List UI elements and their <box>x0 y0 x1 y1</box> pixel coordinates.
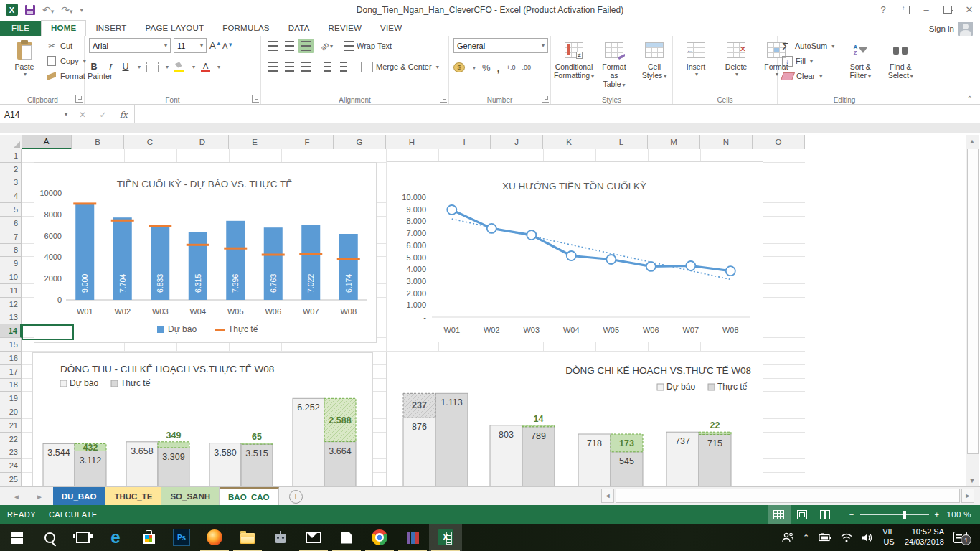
cancel-icon[interactable]: ✕ <box>79 110 86 120</box>
column-header-I[interactable]: I <box>438 135 491 149</box>
ribbon-tab-data[interactable]: DATA <box>279 21 319 36</box>
find-select-button[interactable]: Find & Select▾ <box>882 38 919 95</box>
column-header-B[interactable]: B <box>72 135 124 149</box>
paste-button[interactable]: Paste▾ <box>6 38 43 95</box>
row-header-15[interactable]: 15 <box>0 338 22 352</box>
bold-button[interactable]: B <box>89 62 99 72</box>
column-header-H[interactable]: H <box>386 135 438 149</box>
enter-icon[interactable]: ✓ <box>99 110 106 120</box>
chart-tien-cuoi-ky[interactable]: TIỀN CUỐI KỲ - DỰ BÁO VS. THỰC TẾ0200040… <box>34 162 377 343</box>
align-center-button[interactable] <box>282 60 297 74</box>
middle-align-button[interactable] <box>282 39 297 53</box>
taskbar-winrar-icon[interactable] <box>396 524 429 551</box>
row-header-24[interactable]: 24 <box>0 459 22 473</box>
volume-icon[interactable] <box>862 533 873 542</box>
chart-xu-huong[interactable]: XU HƯỚNG TIỀN TỒN CUỐI KỲ-1.0002.0003.00… <box>387 161 763 342</box>
vertical-scroll-thumb[interactable] <box>967 149 979 454</box>
align-right-button[interactable] <box>298 60 314 74</box>
sheet-tab-du_bao[interactable]: DU_BAO <box>53 487 106 506</box>
taskbar-mail-icon[interactable] <box>297 524 330 551</box>
name-box-dropdown-icon[interactable]: ▾ <box>65 111 67 118</box>
taskbar-store-icon[interactable] <box>132 524 165 551</box>
insert-cells-button[interactable]: Insert▾ <box>677 38 715 95</box>
orientation-button[interactable]: ab▾ <box>319 39 334 53</box>
clipboard-dialog-launcher-icon[interactable] <box>75 95 83 103</box>
row-header-11[interactable]: 11 <box>0 284 22 298</box>
top-align-button[interactable] <box>265 39 281 53</box>
clock[interactable]: 10:52 SA 24/03/2018 <box>905 527 944 547</box>
format-as-table-button[interactable]: Format as Table▾ <box>595 38 633 95</box>
language-indicator[interactable]: VIE US <box>882 527 895 547</box>
select-all-corner[interactable] <box>0 135 22 150</box>
taskbar-document-icon[interactable] <box>330 524 363 551</box>
decrease-indent-button[interactable] <box>319 60 334 74</box>
new-sheet-button[interactable]: + <box>289 490 303 504</box>
row-header-25[interactable]: 25 <box>0 473 22 486</box>
column-header-C[interactable]: C <box>124 135 176 149</box>
zoom-slider-thumb[interactable] <box>903 511 906 519</box>
name-box[interactable]: A14 ▾ <box>0 105 72 123</box>
row-header-10[interactable]: 10 <box>0 270 22 284</box>
clear-button[interactable]: Clear▾ <box>782 70 834 83</box>
taskbar-edge-icon[interactable]: e <box>99 524 132 551</box>
close-button[interactable]: ✕ <box>958 0 980 19</box>
vertical-scrollbar[interactable]: ▲ ▼ <box>966 135 979 486</box>
ribbon-tab-insert[interactable]: INSERT <box>86 21 136 36</box>
row-header-17[interactable]: 17 <box>0 365 22 379</box>
sort-filter-button[interactable]: AZ Sort & Filter▾ <box>842 38 879 95</box>
column-header-F[interactable]: F <box>281 135 334 149</box>
column-header-N[interactable]: N <box>700 135 753 149</box>
font-family-select[interactable]: Arial▾ <box>89 38 171 53</box>
conditional-formatting-button[interactable]: Conditional Formatting▾ <box>555 38 593 95</box>
column-header-G[interactable]: G <box>334 135 386 149</box>
show-desktop-button[interactable] <box>976 524 980 551</box>
action-center-icon[interactable]: 1 <box>953 532 967 543</box>
scroll-up-icon[interactable]: ▲ <box>966 135 978 147</box>
zoom-out-button[interactable]: − <box>849 510 854 519</box>
row-header-22[interactable]: 22 <box>0 433 22 446</box>
collapse-ribbon-icon[interactable]: ⌃ <box>967 95 973 103</box>
row-header-16[interactable]: 16 <box>0 352 22 365</box>
row-header-7[interactable]: 7 <box>0 230 22 244</box>
number-dialog-launcher-icon[interactable] <box>542 95 549 103</box>
ribbon-tab-home[interactable]: HOME <box>41 20 86 36</box>
zoom-slider[interactable] <box>860 514 929 515</box>
increase-indent-button[interactable] <box>336 60 351 74</box>
column-header-D[interactable]: D <box>176 135 229 149</box>
zoom-in-button[interactable]: + <box>935 510 940 519</box>
wifi-icon[interactable] <box>841 533 852 542</box>
borders-icon[interactable] <box>146 62 159 72</box>
italic-button[interactable]: I <box>105 62 115 72</box>
taskbar-search-icon[interactable] <box>33 524 66 551</box>
calculate-status[interactable]: CALCULATE <box>49 510 98 519</box>
font-dialog-launcher-icon[interactable] <box>252 95 259 103</box>
people-icon[interactable] <box>782 532 793 542</box>
taskbar-robot-icon[interactable] <box>264 524 297 551</box>
sheet-tab-bao_cao[interactable]: BAO_CAO <box>220 487 279 506</box>
column-header-E[interactable]: E <box>229 135 281 149</box>
sheet-prev-icon[interactable]: ◄ <box>13 493 20 501</box>
percent-style-button[interactable]: % <box>482 62 491 73</box>
column-header-K[interactable]: K <box>543 135 595 149</box>
ribbon-tab-formulas[interactable]: FORMULAS <box>213 21 279 36</box>
decrease-decimal-button[interactable]: .00 <box>522 65 532 71</box>
comma-style-button[interactable]: , <box>497 62 500 74</box>
row-header-23[interactable]: 23 <box>0 446 22 460</box>
insert-function-icon[interactable]: fx <box>120 110 128 120</box>
underline-button[interactable]: U <box>121 62 131 72</box>
taskbar-firefox-icon[interactable] <box>198 524 231 551</box>
number-format-select[interactable]: General▾ <box>453 38 548 53</box>
chevron-up-icon[interactable]: ⌃ <box>803 533 809 542</box>
ribbon-display-options-button[interactable] <box>894 0 915 19</box>
taskbar-task-view-icon[interactable] <box>66 524 99 551</box>
row-header-8[interactable]: 8 <box>0 244 22 258</box>
sheet-next-icon[interactable]: ► <box>36 493 43 501</box>
formula-input[interactable] <box>135 105 980 123</box>
row-header-19[interactable]: 19 <box>0 392 22 405</box>
column-header-O[interactable]: O <box>753 135 805 149</box>
taskbar-excel-icon[interactable]: X <box>429 524 462 551</box>
horizontal-scroll-thumb[interactable] <box>616 489 960 503</box>
row-header-4[interactable]: 4 <box>0 189 22 203</box>
row-header-2[interactable]: 2 <box>0 163 22 176</box>
horizontal-scrollbar[interactable]: ◄ ► <box>601 489 974 503</box>
